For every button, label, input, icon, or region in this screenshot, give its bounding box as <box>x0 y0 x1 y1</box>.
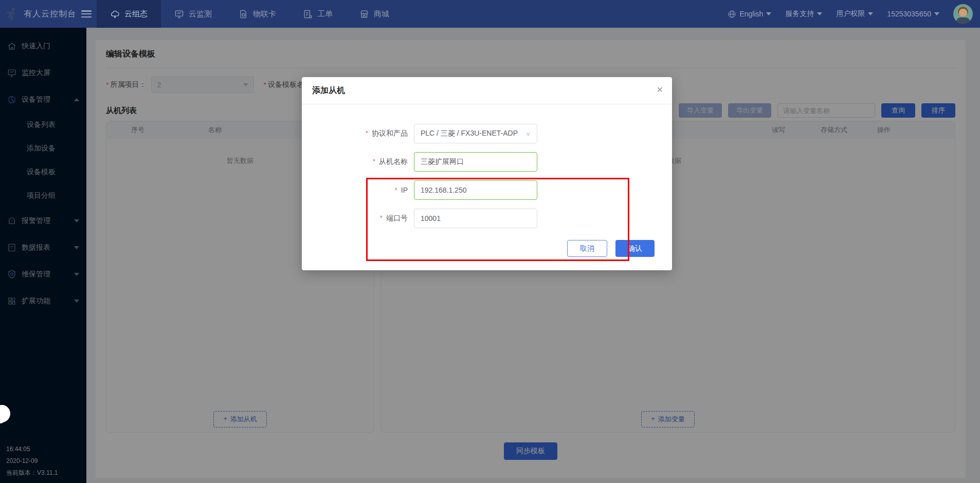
brand-title: 有人云控制台 <box>24 9 76 20</box>
required-mark: * <box>394 186 397 194</box>
nav-item-iot-card[interactable]: 物联卡 <box>225 0 289 28</box>
service-support-menu[interactable]: 服务支持 <box>785 9 822 18</box>
top-navbar: 有人云控制台 云组态 云监测 物联卡 工单 <box>0 0 980 28</box>
user-avatar[interactable] <box>953 4 973 24</box>
modal-header: 添加从机 × <box>302 77 672 104</box>
slave-name-input[interactable] <box>414 152 537 172</box>
ip-input[interactable] <box>414 180 537 200</box>
cancel-button[interactable]: 取消 <box>567 240 607 257</box>
port-label: 端口号 <box>386 214 408 222</box>
work-order-icon <box>303 9 313 19</box>
caret-down-icon <box>817 12 822 15</box>
nav-item-cloud-monitor[interactable]: 云监测 <box>161 0 225 28</box>
nav-item-cloud-config[interactable]: 云组态 <box>97 0 161 28</box>
navbar-right: English 服务支持 用户权限 15253035650 <box>728 4 980 24</box>
confirm-button[interactable]: 确认 <box>615 240 655 257</box>
monitor-icon <box>174 9 184 19</box>
account-phone-menu[interactable]: 15253035650 <box>887 10 939 18</box>
language-selector[interactable]: English <box>728 10 771 18</box>
modal-footer: 取消 确认 <box>567 240 655 257</box>
add-slave-modal: 添加从机 × * 协议和产品 PLC / 三菱 / FX3U-ENET-ADP … <box>302 77 672 270</box>
caret-down-icon <box>934 12 939 15</box>
user-permissions-menu[interactable]: 用户权限 <box>836 9 873 18</box>
caret-down-icon <box>868 12 873 15</box>
close-icon[interactable]: × <box>657 84 663 95</box>
modal-title: 添加从机 <box>312 85 345 96</box>
brand: 有人云控制台 <box>0 7 93 21</box>
protocol-select[interactable]: PLC / 三菱 / FX3U-ENET-ADP ∨ <box>414 124 537 143</box>
cloud-icon <box>110 9 120 19</box>
protocol-row: * 协议和产品 PLC / 三菱 / FX3U-ENET-ADP ∨ <box>302 124 672 143</box>
hamburger-menu-icon[interactable] <box>81 10 92 17</box>
store-icon <box>359 9 369 19</box>
ip-row: * IP <box>302 180 672 200</box>
protocol-label: 协议和产品 <box>372 129 408 137</box>
modal-body: * 协议和产品 PLC / 三菱 / FX3U-ENET-ADP ∨ * 从机名… <box>302 104 672 228</box>
required-mark: * <box>380 214 383 222</box>
nav-item-work-order[interactable]: 工单 <box>289 0 346 28</box>
required-mark: * <box>366 129 368 137</box>
globe-icon <box>728 10 736 18</box>
slave-name-label: 从机名称 <box>379 157 408 165</box>
port-row: * 端口号 <box>302 209 672 228</box>
caret-down-icon <box>766 12 771 15</box>
nav-item-mall[interactable]: 商城 <box>346 0 403 28</box>
chevron-down-icon: ∨ <box>525 131 531 137</box>
slave-name-row: * 从机名称 <box>302 152 672 172</box>
required-mark: * <box>373 157 375 165</box>
nav-menu: 云组态 云监测 物联卡 工单 商城 <box>97 0 403 28</box>
sim-card-icon <box>239 9 248 19</box>
port-input[interactable] <box>414 209 537 228</box>
ip-label: IP <box>401 186 408 194</box>
youren-logo-icon <box>4 7 19 21</box>
